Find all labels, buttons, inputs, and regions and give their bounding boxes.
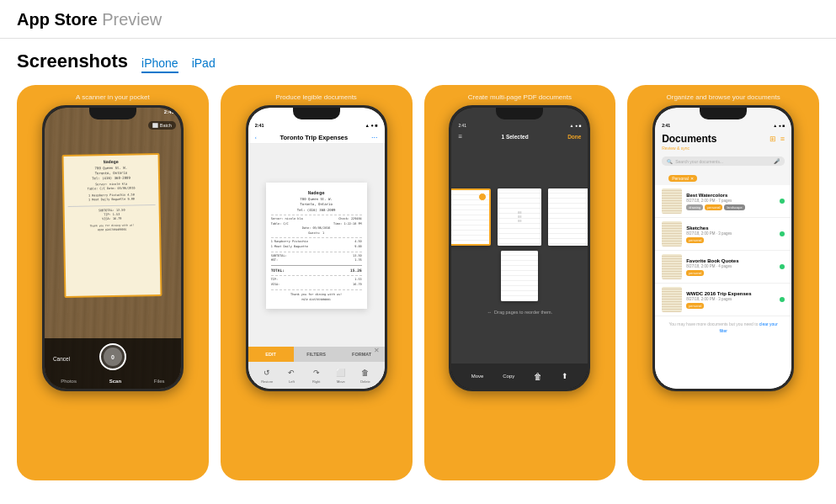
toolbar-tab-filters[interactable]: FILTERS xyxy=(294,347,339,362)
pages-row-2 xyxy=(501,251,538,301)
page-2[interactable]: ≡≡≡≡≡≡ xyxy=(498,188,541,246)
search-placeholder: Search your documents... xyxy=(675,159,723,164)
phone2-screen: 2:41 ▲ ● ■ ‹ Toronto Trip Expenses ··· N… xyxy=(248,108,385,389)
app-header-title: App Store Preview xyxy=(17,10,819,29)
batch-button[interactable]: ⬜ Batch xyxy=(148,121,176,130)
doc-item-watercolors[interactable]: Best Watercolors 8/27/18, 2:00 PM · 7 pa… xyxy=(655,185,791,218)
delete-button[interactable]: 🗑 xyxy=(534,372,542,381)
move-button[interactable]: Move xyxy=(471,374,484,379)
toolbar-close-button[interactable]: ✕ xyxy=(374,347,380,354)
doc-tags-wwdc: personal xyxy=(686,303,775,309)
filter-remove-icon[interactable]: ✕ xyxy=(690,176,694,181)
doc-tags-quotes: personal xyxy=(686,270,775,276)
phone1-screen: 2:41 ⬜ Batch Nadege 780 Queen St. W. Tor… xyxy=(45,108,181,389)
multiselect-pages: ≡≡≡≡≡≡ xyxy=(451,142,588,363)
rotate-right-icon: ↷ xyxy=(311,367,322,379)
docs-title-row: Documents ⊞ ≡ xyxy=(662,133,785,145)
doc-tags-watercolors: drawing personal landscape xyxy=(686,204,775,210)
multiselect-done-button[interactable]: Done xyxy=(567,134,581,140)
doc-info-quotes: Favorite Book Quotes 8/27/18, 2:00 PM · … xyxy=(686,258,775,276)
doc-toolbar: EDIT FILTERS FORMAT ✕ ↺ Restore xyxy=(248,347,385,389)
toolbar-restore[interactable]: ↺ Restore xyxy=(261,367,273,384)
phone4-notch xyxy=(700,108,747,119)
scan-count: 0 xyxy=(111,354,114,360)
page-3[interactable] xyxy=(548,188,588,246)
tag-personal-quotes: personal xyxy=(686,270,704,276)
multiselect-bottom-bar: Move Copy 🗑 ⬆ xyxy=(451,363,588,389)
filter-personal-tag[interactable]: Personal ✕ xyxy=(668,175,697,182)
phone3-screen: 2:41 ▲ ● ■ ≡ 1 Selected Done xyxy=(451,108,588,389)
docs-status-time: 2:41 xyxy=(662,123,670,128)
toolbar-tab-edit[interactable]: EDIT xyxy=(248,347,294,362)
tab-iphone[interactable]: iPhone xyxy=(141,56,178,73)
doc-nav: ‹ Toronto Trip Expenses ··· xyxy=(248,131,385,144)
phone4-frame: 2:41 ▲ ● ■ Documents ⊞ ≡ Revie xyxy=(652,105,794,391)
copy-button[interactable]: Copy xyxy=(503,374,514,379)
doc-title-wwdc: WWDC 2016 Trip Expenses xyxy=(686,291,775,296)
phone4-screen: 2:41 ▲ ● ■ Documents ⊞ ≡ Revie xyxy=(655,108,791,389)
scan-button[interactable]: 0 xyxy=(99,343,126,370)
doc-meta-wwdc: 8/27/18, 2:00 PM · 3 pages xyxy=(686,297,775,301)
doc-title-watercolors: Best Watercolors xyxy=(686,193,775,198)
search-icons: 🎤 xyxy=(774,158,780,164)
doc-title: Toronto Trip Expenses xyxy=(280,134,349,141)
grid-view-icon[interactable]: ⊞ xyxy=(769,135,776,143)
phone-scanner: A scanner in your pocket 2:41 ⬜ Batch Na… xyxy=(17,85,209,480)
screenshots-section: Screenshots iPhone iPad A scanner in you… xyxy=(0,39,836,497)
tag-personal: personal xyxy=(705,204,722,210)
share-button[interactable]: ⬆ xyxy=(562,372,568,380)
tab-scan[interactable]: Scan xyxy=(109,379,121,384)
phone1-frame: 2:41 ⬜ Batch Nadege 780 Queen St. W. Tor… xyxy=(42,105,184,391)
rotate-left-icon: ↶ xyxy=(285,367,297,379)
multiselect-menu-icon[interactable]: ≡ xyxy=(458,133,462,141)
doc-thumb-wwdc xyxy=(662,287,682,312)
phone3-caption: Create multi-page PDF documents xyxy=(461,93,578,102)
toolbar-left[interactable]: ↶ Left xyxy=(285,367,297,384)
multiselect-nav: ≡ 1 Selected Done xyxy=(451,131,588,142)
drag-hint: ↔ Drag pages to reorder them. xyxy=(487,306,553,318)
doc-dot-watercolors xyxy=(780,199,785,204)
docs-status-bar: 2:41 ▲ ● ■ xyxy=(655,119,791,131)
docs-status-icons: ▲ ● ■ xyxy=(773,123,785,128)
multiselect-status-icons: ▲ ● ■ xyxy=(570,123,582,128)
doc-title-quotes: Favorite Book Quotes xyxy=(686,258,775,263)
tag-drawing: drawing xyxy=(686,204,703,210)
drag-hint-text: Drag pages to reorder them. xyxy=(494,310,552,315)
tab-photos[interactable]: Photos xyxy=(61,379,77,384)
doc-thumb-quotes xyxy=(662,254,682,279)
doc-status-bar: 2:41 ▲ ● ■ xyxy=(248,119,385,131)
doc-more-button[interactable]: ··· xyxy=(371,133,378,141)
multiselect-status: 2:41 ▲ ● ■ xyxy=(451,119,588,131)
docs-header-icons: ⊞ ≡ xyxy=(769,135,785,143)
page-1[interactable] xyxy=(451,188,491,246)
phone1-notch xyxy=(89,108,136,119)
list-view-icon[interactable]: ≡ xyxy=(780,135,785,143)
search-icon: 🔍 xyxy=(667,159,673,164)
doc-back-button[interactable]: ‹ xyxy=(255,135,257,140)
doc-thumb-sketches xyxy=(662,221,682,247)
tag-personal-wwdc: personal xyxy=(686,303,704,309)
toolbar-delete[interactable]: 🗑 Delete xyxy=(359,367,371,384)
toolbar-move[interactable]: ⬜ Move xyxy=(335,367,347,384)
phone2-frame: 2:41 ▲ ● ■ ‹ Toronto Trip Expenses ··· N… xyxy=(246,105,387,391)
doc-info-watercolors: Best Watercolors 8/27/18, 2:00 PM · 7 pa… xyxy=(686,193,775,210)
drag-icon: ↔ xyxy=(487,310,493,315)
tab-files[interactable]: Files xyxy=(154,379,165,384)
doc-toolbar-tabs: EDIT FILTERS FORMAT ✕ xyxy=(248,347,385,362)
phone4-caption: Organize and browse your documents xyxy=(660,93,787,102)
doc-item-quotes[interactable]: Favorite Book Quotes 8/27/18, 2:00 PM · … xyxy=(655,251,791,284)
phone-document: Produce legible documents 2:41 ▲ ● ■ ‹ T… xyxy=(221,85,413,480)
toolbar-right[interactable]: ↷ Right xyxy=(311,367,322,384)
doc-item-wwdc[interactable]: WWDC 2016 Trip Expenses 8/27/18, 2:00 PM… xyxy=(655,284,791,316)
phone2-notch xyxy=(293,108,340,119)
doc-status-time: 2:41 xyxy=(255,123,264,128)
cancel-button[interactable]: Cancel xyxy=(53,356,70,362)
clear-filter-link[interactable]: clear your filter xyxy=(719,321,777,333)
multiselect-time: 2:41 xyxy=(458,123,466,128)
phone2-caption: Produce legible documents xyxy=(269,93,364,102)
page-4[interactable] xyxy=(501,251,538,301)
tab-ipad[interactable]: iPad xyxy=(192,56,216,72)
pages-row-1: ≡≡≡≡≡≡ xyxy=(451,188,588,246)
docs-search[interactable]: 🔍 Search your documents... 🎤 xyxy=(662,157,785,166)
doc-item-sketches[interactable]: Sketches 8/27/18, 2:00 PM · 3 pages pers… xyxy=(655,218,791,251)
